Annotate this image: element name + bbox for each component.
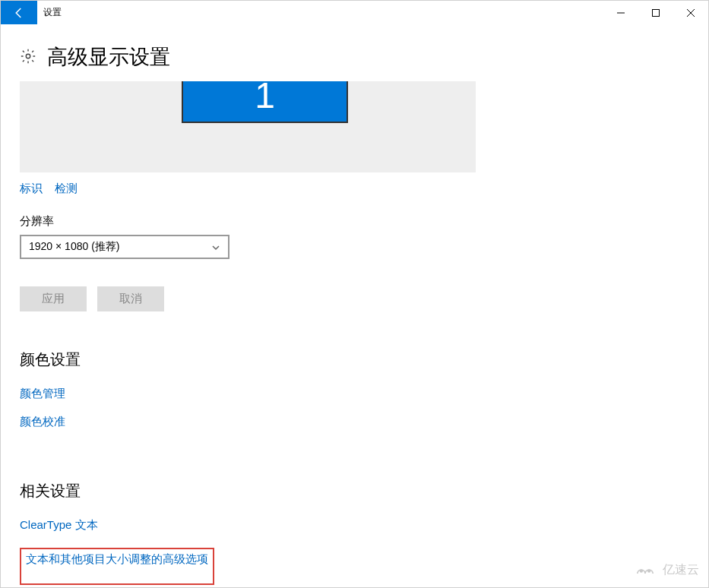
gear-icon xyxy=(20,48,36,67)
monitor-display-1[interactable]: 1 xyxy=(182,81,348,123)
cancel-button[interactable]: 取消 xyxy=(97,286,164,311)
page-title: 高级显示设置 xyxy=(47,43,170,71)
color-calibration-link[interactable]: 颜色校准 xyxy=(20,415,65,429)
related-settings-heading: 相关设置 xyxy=(20,481,708,501)
advanced-sizing-highlight: 文本和其他项目大小调整的高级选项 xyxy=(20,548,214,585)
svg-point-2 xyxy=(641,570,643,572)
detect-link[interactable]: 检测 xyxy=(55,182,78,194)
back-button[interactable] xyxy=(1,1,37,24)
advanced-sizing-link[interactable]: 文本和其他项目大小调整的高级选项 xyxy=(26,552,208,567)
svg-point-1 xyxy=(26,54,30,58)
color-management-link[interactable]: 颜色管理 xyxy=(20,387,65,401)
identify-link[interactable]: 标识 xyxy=(20,182,43,194)
resolution-select[interactable]: 1920 × 1080 (推荐) xyxy=(20,235,229,259)
monitor-label: 1 xyxy=(255,81,275,116)
apply-button[interactable]: 应用 xyxy=(20,286,87,311)
svg-rect-0 xyxy=(653,9,660,16)
resolution-value: 1920 × 1080 (推荐) xyxy=(29,240,119,254)
monitor-preview-area: 1 xyxy=(20,81,476,172)
cleartype-link[interactable]: ClearType 文本 xyxy=(20,518,98,533)
watermark: 亿速云 xyxy=(632,561,699,578)
svg-point-3 xyxy=(648,570,650,572)
window-title: 设置 xyxy=(37,1,62,24)
chevron-down-icon xyxy=(211,242,220,251)
close-button[interactable] xyxy=(673,1,708,24)
minimize-button[interactable] xyxy=(603,1,638,24)
resolution-label: 分辨率 xyxy=(20,214,708,229)
maximize-button[interactable] xyxy=(638,1,673,24)
color-settings-heading: 颜色设置 xyxy=(20,349,708,370)
